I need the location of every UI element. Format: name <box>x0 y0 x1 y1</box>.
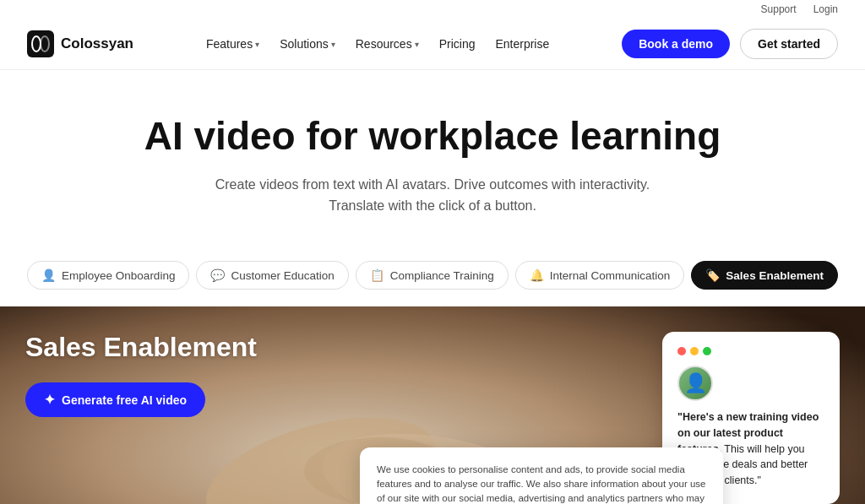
internal-communication-icon: 🔔 <box>530 268 544 282</box>
navbar: Colossyan Features ▾ Solutions ▾ Resourc… <box>0 19 865 70</box>
navbar-wrapper: Support Login Colossyan Features ▾ Solut… <box>0 0 865 70</box>
dot-green <box>703 347 711 355</box>
dot-yellow <box>690 347 699 355</box>
solutions-chevron-icon: ▾ <box>331 40 335 49</box>
features-chevron-icon: ▾ <box>255 40 259 49</box>
support-link[interactable]: Support <box>761 3 797 15</box>
login-link[interactable]: Login <box>813 3 838 15</box>
hero-visual-title: Sales Enablement <box>25 332 257 363</box>
avatar-face: 👤 <box>684 372 707 394</box>
cookie-banner: We use cookies to personalise content an… <box>360 447 723 504</box>
nav-enterprise[interactable]: Enterprise <box>487 32 558 56</box>
avatar: 👤 <box>677 366 713 401</box>
tab-compliance-training[interactable]: 📋 Compliance Training <box>356 261 509 290</box>
nav-features[interactable]: Features ▾ <box>198 32 268 56</box>
logo-text: Colossyan <box>61 35 133 52</box>
nav-right: Book a demo Get started <box>622 29 838 59</box>
tabs-bar: 👤 Employee Onboarding 💬 Customer Educati… <box>0 244 865 306</box>
top-bar: Support Login <box>0 0 865 19</box>
employee-onboarding-icon: 👤 <box>41 268 56 282</box>
hero-section: AI video for workplace learning Create v… <box>0 70 865 244</box>
book-demo-button[interactable]: Book a demo <box>622 30 730 58</box>
customer-education-icon: 💬 <box>210 268 225 282</box>
logo-icon <box>27 30 54 57</box>
nav-pricing[interactable]: Pricing <box>431 32 484 56</box>
tab-sales-enablement[interactable]: 🏷️ Sales Enablement <box>691 261 838 290</box>
hero-title: AI video for workplace learning <box>27 114 838 159</box>
sales-enablement-icon: 🏷️ <box>705 268 720 282</box>
tab-employee-onboarding[interactable]: 👤 Employee Onboarding <box>27 261 189 290</box>
sparkle-icon: ✦ <box>44 392 55 408</box>
logo[interactable]: Colossyan <box>27 30 133 57</box>
tab-internal-communication[interactable]: 🔔 Internal Communication <box>515 261 685 290</box>
nav-solutions[interactable]: Solutions ▾ <box>271 32 344 56</box>
nav-links: Features ▾ Solutions ▾ Resources ▾ Prici… <box>198 32 558 56</box>
compliance-training-icon: 📋 <box>370 268 384 282</box>
dot-red <box>677 347 686 355</box>
tab-customer-education[interactable]: 💬 Customer Education <box>196 261 348 290</box>
cookie-text: We use cookies to personalise content an… <box>377 463 706 504</box>
generate-ai-video-button[interactable]: ✦ Generate free AI video <box>25 382 205 417</box>
nav-resources[interactable]: Resources ▾ <box>347 32 427 56</box>
get-started-button[interactable]: Get started <box>740 29 838 59</box>
window-dots <box>677 347 824 355</box>
hero-subtitle: Create videos from text with AI avatars.… <box>27 174 838 217</box>
resources-chevron-icon: ▾ <box>415 40 419 49</box>
hero-visual: Sales Enablement ✦ Generate free AI vide… <box>0 306 865 504</box>
